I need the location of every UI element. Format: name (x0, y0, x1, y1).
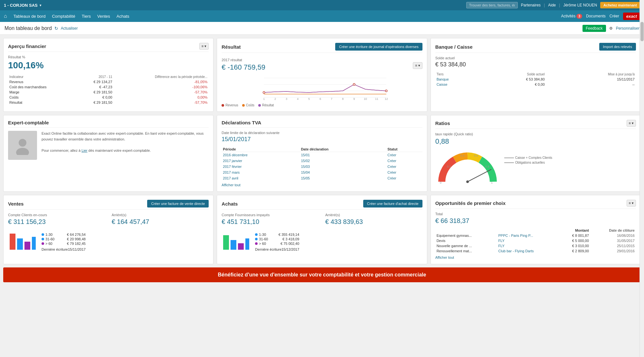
table-row: Revenus € 29 134,27 -81,05% (8, 79, 209, 84)
refresh-button[interactable]: Actualiser (61, 26, 78, 31)
tva-date-value: 15/01/2017 (222, 136, 422, 143)
bank-table: Tiers Solde actuel Mise à jour jusqu'à B… (435, 72, 636, 87)
opp-col-partner (497, 228, 559, 233)
svg-text:8: 8 (342, 97, 344, 101)
company-name[interactable]: 1 - CORJON SAS ▾ (4, 3, 41, 8)
banque-caisse-card: Banque / Caisse Import des relevés Solde… (431, 38, 641, 112)
aide-link[interactable]: Aide (548, 3, 556, 7)
svg-rect-34 (231, 240, 236, 250)
v-dot-3 (42, 242, 44, 245)
tva-table: Période Date déclaration Statut 2016 déc… (222, 147, 422, 181)
creer-link[interactable]: Créer (610, 14, 619, 18)
svg-text:4: 4 (297, 97, 298, 101)
a-val-3: € 75 002,40 (280, 242, 299, 246)
opportunites-card: Opportunités de premier choix ≡ ▾ Total … (431, 195, 641, 264)
tva-col-date: Date déclaration (300, 147, 386, 152)
user-name[interactable]: Jérôme LE NOUEN (563, 3, 597, 7)
partenaires-link[interactable]: Partenaires (521, 3, 541, 7)
apercu-menu-icon[interactable]: ≡ ▾ (199, 43, 209, 50)
second-nav-left: ⌂ Tableaux de bord Comptabilité Tiers Ve… (4, 13, 129, 19)
scrollbar-thumb[interactable] (640, 22, 644, 41)
svg-text:9: 9 (353, 97, 355, 101)
gauge-chart: 0 0.2 0.4 0.6 0.8 1 (435, 150, 500, 185)
v-val-3: € 79 182,45 (67, 242, 86, 246)
opp-afficher-tout[interactable]: Afficher tout (435, 256, 636, 259)
exact-badge: exact (623, 13, 640, 20)
svg-text:0.2: 0.2 (447, 165, 451, 168)
dashboard-grid: Aperçu financier ≡ ▾ Résultat % 100,16% … (0, 35, 644, 267)
table-row: 2017 avril 15/05 Créer (222, 175, 422, 181)
page-header: Mon tableau de bord ↻ Actualiser Feedbac… (0, 22, 644, 35)
bank-col-tiers: Tiers (435, 72, 481, 77)
opportunites-header: Opportunités de premier choix ≡ ▾ (435, 200, 636, 209)
svg-rect-29 (10, 234, 15, 250)
create-achat-button[interactable]: Créer une facture d'achat directe (363, 200, 422, 207)
feedback-button[interactable]: Feedback (582, 25, 606, 32)
acheter-button[interactable]: Achetez maintenant (600, 2, 640, 8)
expert-text-1: Exact Online facilite la collaboration a… (42, 131, 209, 142)
ratio-value: 0,88 (435, 137, 636, 146)
v-dot-1 (42, 233, 44, 236)
resultat-chart: 1 2 3 4 5 6 7 8 9 10 11 12 (222, 75, 422, 101)
result-year-label: 2017 résultat (222, 58, 265, 62)
svg-text:1: 1 (263, 97, 265, 101)
achats-arriere-label: Arriéré(s) (325, 213, 422, 217)
ventes-amounts: Compte Clients en-cours € 311 156,23 Arr… (8, 213, 209, 227)
result-percent-label: Résultat % (8, 55, 209, 59)
couts-dot (242, 104, 245, 107)
nav-tiers[interactable]: Tiers (82, 14, 91, 19)
nav-tableaux-bord[interactable]: Tableaux de bord (14, 14, 46, 19)
personaliser-button[interactable]: Personnaliser (616, 26, 639, 31)
gauge-legend: Caisse + Comptes Clients Obligations act… (504, 150, 552, 166)
create-vente-button[interactable]: Créer une facture de vente directe (147, 200, 209, 207)
search-input[interactable] (466, 2, 518, 8)
nav-achats[interactable]: Achats (117, 14, 129, 19)
ventes-chart-area: 1-30 € 64 276,54 31-60 € 20 998,48 > 60 (8, 230, 209, 251)
tva-afficher-tout[interactable]: Afficher tout (222, 183, 422, 187)
svg-rect-33 (223, 235, 229, 250)
revenus-dot (222, 104, 224, 107)
tva-col-statut: Statut (386, 147, 422, 152)
tva-col-periode: Période (222, 147, 299, 152)
svg-line-27 (468, 169, 491, 182)
achats-compte-label: Compte Fournisseurs impayés (222, 213, 319, 217)
activities-count: 3 (576, 14, 582, 19)
tva-title: Déclarations TVA (222, 120, 422, 128)
table-row: Caisse € 0,00 -- (435, 82, 636, 87)
indicator-col-2017: 2017 - 11 (77, 74, 113, 79)
apercu-title: Aperçu financier (8, 43, 46, 49)
ratios-card: Ratios ≡ ▾ taux rapide (Quick ratio) 0,8… (431, 115, 641, 192)
caisse-comptes-line (504, 158, 514, 158)
indicator-table: Indicateur 2017 - 11 Différence avec la … (8, 74, 209, 105)
nav-ventes[interactable]: Ventes (97, 14, 110, 19)
achats-arriere-value: € 433 839,63 (325, 218, 422, 226)
indicator-col-label: Indicateur (8, 74, 77, 79)
personaliser-icon: ⚙ (609, 26, 613, 31)
svg-text:1: 1 (491, 181, 493, 184)
svg-point-6 (385, 90, 387, 92)
company-dropdown-icon[interactable]: ▾ (40, 4, 41, 7)
svg-rect-36 (245, 238, 249, 250)
documents-link[interactable]: Documents (586, 14, 606, 18)
ventes-header: Ventes Créer une facture de vente direct… (8, 200, 209, 210)
home-icon[interactable]: ⌂ (4, 13, 7, 19)
import-releves-button[interactable]: Import des relevés (599, 43, 636, 51)
a-dot-3 (255, 242, 258, 245)
expert-link[interactable]: Lier (81, 149, 87, 152)
opportunites-menu-icon[interactable]: ≡ ▾ (627, 200, 636, 207)
caisse-label: Caisse + Comptes Clients (515, 156, 552, 159)
create-journal-button[interactable]: Créer une écriture de journal d'opératio… (335, 43, 422, 51)
bank-col-maj: Mise à jour jusqu'à (546, 72, 636, 77)
second-nav-right: Activités 3 Documents Créer exact (561, 13, 640, 20)
refresh-icon[interactable]: ↻ (54, 26, 58, 31)
ratios-menu-icon[interactable]: ≡ ▾ (627, 120, 636, 127)
avatar-icon (13, 136, 32, 155)
resultat-menu-icon[interactable]: ≡ ▾ (413, 62, 422, 69)
scrollbar[interactable] (639, 0, 644, 282)
second-navigation: ⌂ Tableaux de bord Comptabilité Tiers Ve… (0, 10, 644, 22)
chart-legend: Revenus Coûts Résultat (222, 103, 422, 107)
ventes-compte-value: € 311 156,23 (8, 218, 105, 226)
table-row: 2017 janvier 15/02 Créer (222, 158, 422, 164)
nav-comptabilite[interactable]: Comptabilité (52, 14, 75, 19)
activites-link[interactable]: Activités 3 (561, 14, 582, 18)
